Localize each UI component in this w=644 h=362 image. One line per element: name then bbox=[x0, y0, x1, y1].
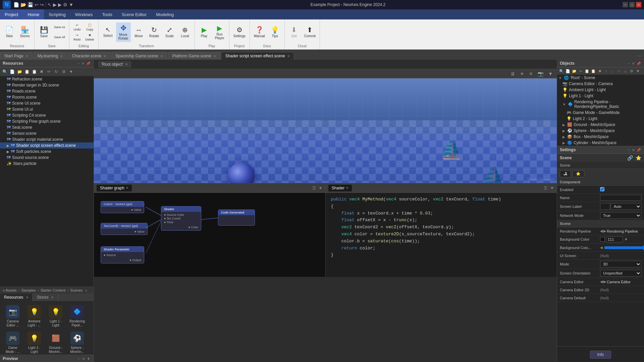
menu-scene-editor[interactable]: Scene Editor bbox=[117, 9, 151, 19]
redo-button[interactable]: ↪Redo bbox=[71, 33, 83, 42]
res-sensor[interactable]: 🗺 Sensor.scene bbox=[0, 130, 94, 136]
tab-shader-script[interactable]: Shader script screen effect.scene ✕ bbox=[221, 52, 294, 60]
menu-scripting[interactable]: Scripting bbox=[44, 9, 70, 19]
obj-tool-11[interactable]: ↓↓ bbox=[622, 68, 628, 74]
menu-tools[interactable]: Tools bbox=[97, 9, 117, 19]
asset-camera-editor[interactable]: 📷 Camera Editor ... bbox=[3, 304, 23, 329]
tab-close[interactable]: ✕ bbox=[25, 54, 28, 58]
res-tool-paste[interactable]: 📋 bbox=[31, 68, 38, 75]
tab-character-scene[interactable]: Character.scene ✕ bbox=[68, 52, 110, 60]
rp-arrow-right[interactable]: ▶ bbox=[603, 229, 606, 233]
rp-arrow-left[interactable]: ◀ bbox=[600, 229, 603, 233]
obj-root-scene[interactable]: ▼ 🌐 'Root' - Scene bbox=[557, 75, 644, 81]
setting-mode-value[interactable]: 3D bbox=[600, 261, 641, 267]
shader-graph-canvas[interactable]: Color0 : Vector4 (get) ● Value TexCoord0… bbox=[94, 193, 325, 277]
viewport-content[interactable]: ⛵ ⛵ Shader simulation bbox=[94, 78, 557, 183]
ce-arrow-left[interactable]: ◀ bbox=[600, 280, 603, 284]
move-button[interactable]: ↔Move bbox=[131, 22, 146, 42]
obj-ambient-light[interactable]: 💡 Ambient Light - Light bbox=[557, 87, 644, 93]
tab-platform-game[interactable]: Platform Game.scene ✕ bbox=[168, 52, 220, 60]
setting-camera-editor-value[interactable]: ◀ ▶ Camera Editor bbox=[600, 280, 641, 284]
tab-close[interactable]: ✕ bbox=[103, 54, 106, 58]
setting-network-value[interactable]: True bbox=[600, 212, 641, 219]
menu-project[interactable]: Project bbox=[0, 9, 23, 19]
local-button[interactable]: ⊕Local bbox=[178, 22, 193, 42]
obj-tool-9[interactable]: ↓ bbox=[609, 68, 615, 74]
obj-light1[interactable]: 💡 Light 1 - Light bbox=[557, 93, 644, 99]
res-tool-filter[interactable]: ▼ bbox=[68, 68, 74, 75]
quick-btn-redo[interactable]: ↪ bbox=[40, 2, 44, 7]
obj-rendering-pipeline[interactable]: ▼ 🔷 Rendering Pipeline - RenderingPipeli… bbox=[557, 99, 644, 110]
settings-pin[interactable]: 📌 bbox=[636, 148, 641, 152]
asset-light2[interactable]: 💡 Light 2 - Light bbox=[24, 330, 44, 355]
obj-box[interactable]: ▶ 📦 Box - MeshInSpace bbox=[557, 134, 644, 140]
scale-button[interactable]: ⤢Scale bbox=[162, 22, 177, 42]
tab-close[interactable]: ✕ bbox=[287, 54, 290, 58]
setting-rp-value[interactable]: ◀ ▶ Rendering Pipeline bbox=[600, 229, 641, 233]
obj-tool-12[interactable]: ⚙ bbox=[629, 68, 635, 74]
res-scene-ui[interactable]: 🗺 Scene UI.ui bbox=[0, 106, 94, 112]
shader-graph-collapse[interactable]: ▼ bbox=[319, 186, 323, 190]
obj-camera-editor[interactable]: 📷 Camera Editor - Camera bbox=[557, 81, 644, 87]
quick-more[interactable]: ▼ bbox=[69, 2, 73, 7]
stores-button[interactable]: 🏪Stores bbox=[17, 22, 32, 42]
root-tab-close[interactable]: ✕ bbox=[125, 62, 128, 66]
breadcrumb-scenes[interactable]: Scenes bbox=[70, 288, 83, 292]
assets-tab-resources[interactable]: Resources ✕ bbox=[0, 294, 33, 301]
obj-tool-1[interactable]: 🔍 bbox=[558, 68, 565, 74]
settings-minimize[interactable]: ─ bbox=[627, 148, 631, 152]
asset-sphere[interactable]: ⚽ Sphere - MeshIn... bbox=[67, 330, 87, 355]
quick-run[interactable]: ▶ bbox=[58, 2, 62, 7]
commit-button[interactable]: ⬆Commit bbox=[302, 22, 318, 42]
res-render-target[interactable]: 🗺 Render target in 3D.scene bbox=[0, 82, 94, 88]
shader-tab-close[interactable]: ✕ bbox=[346, 186, 348, 190]
ce-arrow-right[interactable]: ▶ bbox=[603, 280, 606, 284]
undo-button[interactable]: ↩Undo bbox=[71, 22, 83, 32]
obj-tool-10[interactable]: ↑↑ bbox=[616, 68, 622, 74]
vp-tool-asterisk[interactable]: ✳ bbox=[528, 70, 534, 77]
menu-windows[interactable]: Windows bbox=[70, 9, 98, 19]
assets-tab-stores[interactable]: Stores ✕ bbox=[33, 294, 58, 301]
quick-settings[interactable]: ⚙ bbox=[63, 2, 67, 7]
quick-btn-new[interactable]: 📄 bbox=[13, 2, 19, 7]
shader-options[interactable]: ☰ bbox=[544, 186, 547, 190]
quick-btn-undo[interactable]: ↩ bbox=[35, 2, 39, 7]
select-button[interactable]: ↖Select bbox=[101, 22, 115, 42]
res-scripting-cs[interactable]: 🗺 Scripting C#.scene bbox=[0, 112, 94, 118]
tab-close[interactable]: ✕ bbox=[60, 54, 63, 58]
obj-tool-13[interactable]: ▼ bbox=[635, 68, 641, 74]
asset-ambient-light[interactable]: 💡 Ambient Light - ... bbox=[24, 304, 44, 329]
obj-tool-2[interactable]: 📄 bbox=[565, 68, 571, 74]
resources-minimize[interactable]: ─ bbox=[76, 62, 80, 65]
breadcrumb-samples[interactable]: Samples bbox=[21, 288, 36, 292]
asset-gamemode[interactable]: 🎮 Game Mode - ... bbox=[3, 330, 23, 355]
move-rotate-button[interactable]: ✥MoveRotate bbox=[116, 22, 131, 42]
objects-pin[interactable]: 📌 bbox=[636, 62, 641, 65]
breadcrumb-assets[interactable]: « Assets bbox=[3, 288, 17, 292]
obj-tool-8[interactable]: ↑ bbox=[603, 68, 609, 74]
menu-modeling[interactable]: Modeling bbox=[151, 9, 178, 19]
obj-sphere[interactable]: ▶ ⚽ Sphere - MeshInSpace bbox=[557, 128, 644, 134]
maximize-button[interactable]: □ bbox=[629, 2, 635, 7]
obj-game-mode[interactable]: 🎮 Game Mode - GameMode bbox=[557, 110, 644, 116]
quick-play[interactable]: ▶ bbox=[53, 2, 57, 7]
res-tool-settings[interactable]: ⚙ bbox=[60, 68, 67, 75]
vp-tool-monitor[interactable]: 🖥 bbox=[509, 70, 517, 77]
save-as-button[interactable]: Save As bbox=[52, 22, 67, 32]
res-tool-copy[interactable]: 📋 bbox=[23, 68, 30, 75]
tabs-collapse[interactable]: ⋯ bbox=[635, 52, 644, 60]
setting-screen-label-value[interactable]: Auto bbox=[600, 203, 641, 210]
obj-tool-4[interactable]: ✂ bbox=[578, 68, 584, 74]
assets-tab-close[interactable]: ✕ bbox=[26, 296, 29, 299]
setting-enabled-value[interactable] bbox=[600, 187, 641, 192]
setting-bg-color2-value[interactable]: ◀ 1 bbox=[600, 245, 644, 250]
get-button[interactable]: ⬇Get bbox=[287, 22, 302, 42]
breadcrumb-more[interactable]: » bbox=[85, 288, 87, 292]
setting-bg-color-value[interactable]: ▼ bbox=[600, 236, 641, 242]
asset-rendering[interactable]: 🔷 Rendering Pipeli... bbox=[67, 304, 87, 329]
quick-btn-save[interactable]: 💾 bbox=[28, 2, 33, 7]
obj-cylinder[interactable]: ▶ 🔵 Cylinder - MeshInSpace bbox=[557, 140, 644, 146]
res-tool-search[interactable]: 🔍 bbox=[1, 68, 8, 75]
color-picker-icon[interactable]: ▼ bbox=[624, 237, 628, 241]
preview-close[interactable]: ✕ bbox=[82, 357, 86, 361]
